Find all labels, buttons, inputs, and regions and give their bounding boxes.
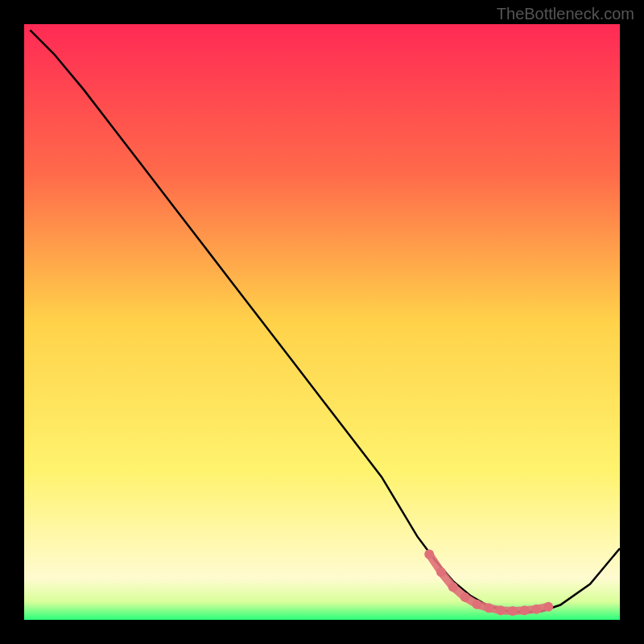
- optimal-zone-marker: [531, 605, 541, 614]
- optimal-zone-marker: [496, 605, 506, 615]
- optimal-zone-marker: [460, 592, 470, 602]
- optimal-zone-marker: [448, 582, 458, 592]
- gradient-background: [24, 24, 620, 620]
- chart-container: TheBottleneck.com: [0, 0, 644, 644]
- optimal-zone-marker: [508, 606, 518, 616]
- optimal-zone-marker: [484, 603, 493, 613]
- optimal-zone-marker: [472, 600, 481, 609]
- plot-area: [24, 24, 620, 620]
- optimal-zone-marker: [424, 550, 434, 559]
- optimal-zone-marker: [436, 568, 446, 577]
- optimal-zone-marker: [520, 605, 530, 615]
- chart-svg: [24, 24, 620, 620]
- optimal-zone-marker: [543, 602, 553, 612]
- watermark-text: TheBottleneck.com: [497, 5, 634, 23]
